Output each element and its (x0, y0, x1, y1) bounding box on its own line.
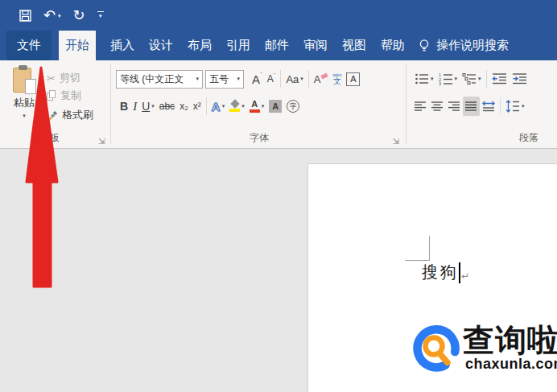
justify-icon (465, 101, 477, 112)
distribute-button[interactable] (480, 97, 497, 116)
word-window: ↶ ▾ ↻ ▾ 文件 开始 插入 设计 布局 引用 邮件 审阅 视图 帮助 (0, 0, 557, 392)
shrink-font-icon: A (267, 73, 274, 85)
tab-insert-label: 插入 (110, 38, 134, 53)
undo-caret-icon[interactable]: ▾ (58, 13, 61, 19)
paste-button[interactable]: 粘贴 ▾ (6, 65, 42, 123)
document-page[interactable]: 搜狗 ↵ 查询啦 chaxunla.com (307, 163, 557, 392)
align-left-button[interactable] (412, 97, 429, 116)
phonetic-guide-button[interactable]: wén 文 (330, 69, 344, 89)
document-text-line[interactable]: 搜狗 ↵ (422, 262, 469, 283)
copy-button[interactable]: 复制 (47, 89, 81, 103)
numbering-button[interactable]: 1 2 3 ▾ (436, 69, 460, 89)
tab-file[interactable]: 文件 (6, 31, 52, 60)
ribbon-home: 粘贴 ▾ ✂ 剪切 复制 格式刷 剪贴板 ⇲ (0, 60, 557, 149)
paragraph-group: ▾ 1 2 3 ▾ (408, 60, 557, 149)
enclose-characters-button[interactable]: 字 (284, 97, 302, 116)
grow-font-button[interactable]: Aˆ (250, 69, 265, 89)
character-border-icon: A (346, 72, 360, 86)
tab-view-label: 视图 (342, 38, 366, 53)
redo-button[interactable]: ↻ (73, 8, 85, 23)
clipboard-group: 粘贴 ▾ ✂ 剪切 复制 格式刷 剪贴板 ⇲ (0, 60, 110, 149)
tab-layout-label: 布局 (188, 38, 212, 53)
line-spacing-button[interactable]: ▾ (503, 97, 527, 116)
clear-formatting-button[interactable]: A (312, 69, 331, 89)
tab-references[interactable]: 引用 (226, 31, 250, 60)
text-effects-button[interactable]: A ▾ (209, 97, 227, 116)
font-color-button[interactable]: A ▾ (247, 97, 267, 116)
watermark-logo: 查询啦 chaxunla.com (411, 324, 557, 373)
character-border-button[interactable]: A (344, 69, 362, 89)
tab-home[interactable]: 开始 (59, 31, 96, 60)
tab-mailings[interactable]: 邮件 (265, 31, 289, 60)
subscript-button[interactable]: x₂ (177, 97, 191, 116)
tell-me-search[interactable]: 操作说明搜索 (418, 31, 509, 60)
align-center-button[interactable] (429, 97, 446, 116)
text-highlight-button[interactable]: ▾ (227, 97, 247, 116)
margin-crop-mark-vertical (429, 236, 430, 260)
decrease-indent-icon (492, 72, 507, 85)
undo-button[interactable]: ↶ ▾ (43, 8, 61, 23)
line-spacing-icon (505, 100, 520, 113)
tab-design[interactable]: 设计 (149, 31, 173, 60)
italic-button[interactable]: I (130, 97, 139, 116)
change-case-icon: Aa (286, 73, 299, 85)
subscript-icon: x₂ (179, 101, 188, 112)
tab-file-label: 文件 (17, 38, 41, 53)
strikethrough-icon: abc (159, 101, 175, 112)
font-name-combobox[interactable]: 等线 (中文正文 ▾ (116, 70, 203, 89)
save-button[interactable] (19, 10, 31, 22)
tab-review[interactable]: 审阅 (303, 31, 328, 60)
bold-button[interactable]: B (118, 97, 130, 116)
align-right-button[interactable] (446, 97, 463, 116)
tab-help[interactable]: 帮助 (381, 31, 405, 60)
watermark-text: 查询啦 chaxunla.com (463, 324, 557, 373)
underline-button[interactable]: U ▾ (139, 97, 157, 116)
text-effects-caret-icon: ▾ (222, 103, 225, 109)
change-case-caret-icon: ▾ (300, 76, 303, 82)
align-right-icon (448, 101, 460, 112)
tab-mailings-label: 邮件 (265, 38, 289, 53)
redo-icon: ↻ (73, 8, 85, 23)
justify-button[interactable] (463, 97, 480, 116)
line-spacing-caret-icon: ▾ (522, 103, 525, 109)
decrease-indent-button[interactable] (489, 69, 510, 89)
svg-text:3: 3 (439, 81, 441, 85)
multilevel-list-icon (462, 72, 477, 85)
copy-label: 复制 (60, 89, 81, 103)
customize-quick-access-button[interactable]: ▾ (97, 11, 104, 19)
clipboard-dialog-launcher[interactable]: ⇲ (98, 138, 105, 146)
cut-button[interactable]: ✂ 剪切 (47, 71, 80, 85)
character-shading-icon: A (269, 100, 282, 113)
tab-insert[interactable]: 插入 (110, 31, 134, 60)
font-color-caret-icon: ▾ (262, 103, 265, 109)
strikethrough-button[interactable]: abc (157, 97, 177, 116)
bold-icon: B (120, 100, 128, 113)
font-dialog-launcher[interactable]: ⇲ (393, 138, 399, 146)
multilevel-caret-icon: ▾ (478, 76, 481, 82)
cut-label: 剪切 (60, 71, 80, 85)
font-size-caret-icon: ▾ (237, 76, 240, 82)
paste-caret-icon[interactable]: ▾ (23, 113, 26, 119)
tab-references-label: 引用 (226, 38, 250, 53)
align-center-icon (431, 101, 444, 112)
superscript-button[interactable]: x² (191, 97, 204, 116)
lightbulb-icon (418, 39, 431, 52)
text-highlight-caret-icon: ▾ (241, 103, 245, 109)
numbering-caret-icon: ▾ (455, 76, 458, 82)
font-size-combobox[interactable]: 五号 ▾ (205, 70, 244, 89)
character-shading-button[interactable]: A (266, 97, 284, 116)
format-painter-button[interactable]: 格式刷 (47, 108, 93, 122)
clear-formatting-icon: A (314, 73, 321, 85)
bullets-button[interactable]: ▾ (412, 69, 436, 89)
increase-indent-button[interactable] (510, 69, 530, 89)
distribute-icon (482, 101, 495, 113)
multilevel-list-button[interactable]: ▾ (460, 69, 484, 89)
document-text: 搜狗 (422, 262, 459, 283)
tab-layout[interactable]: 布局 (188, 31, 212, 60)
change-case-button[interactable]: Aa ▾ (283, 69, 305, 89)
tab-home-label: 开始 (65, 38, 89, 53)
grow-font-mark: ˆ (260, 71, 262, 78)
tab-view[interactable]: 视图 (342, 31, 366, 60)
font-group-label: 字体 (250, 131, 269, 145)
shrink-font-button[interactable]: Aˇ (265, 69, 278, 89)
